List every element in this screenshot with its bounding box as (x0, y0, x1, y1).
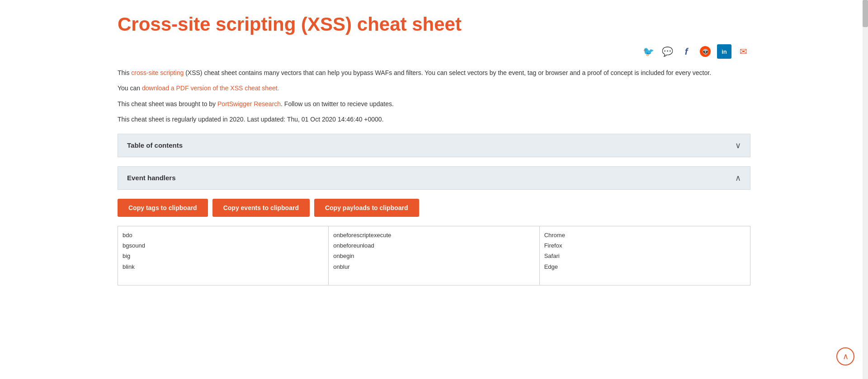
copy-payloads-button[interactable]: Copy payloads to clipboard (314, 199, 419, 217)
toc-chevron: ∨ (735, 140, 741, 150)
list-item: big (123, 251, 324, 261)
list-item: bgsound (123, 240, 324, 251)
tags-list[interactable]: bdo bgsound big blink (118, 226, 328, 285)
list-item: onblur (333, 262, 534, 272)
list-item: onbeforeunload (333, 240, 534, 251)
toc-section: Table of contents ∨ (118, 134, 750, 157)
list-item: blink (123, 262, 324, 272)
intro-paragraph-4: This cheat sheet is regularly updated in… (118, 114, 750, 124)
list-item: onbegin (333, 251, 534, 261)
pdf-link[interactable]: download a PDF version of the XSS cheat … (142, 84, 279, 92)
whatsapp-icon[interactable]: 💬 (660, 44, 675, 59)
portswigger-link[interactable]: PortSwigger Research (217, 100, 281, 108)
event-handlers-chevron: ∧ (735, 173, 741, 183)
intro-paragraph-1: This cross-site scripting (XSS) cheat sh… (118, 68, 750, 78)
intro-paragraph-2: You can download a PDF version of the XS… (118, 83, 750, 93)
page-title: Cross-site scripting (XSS) cheat sheet (118, 14, 750, 35)
reddit-icon[interactable]: 👽 (698, 44, 712, 59)
copy-buttons-container: Copy tags to clipboard Copy events to cl… (118, 199, 750, 217)
xss-link[interactable]: cross-site scripting (131, 69, 184, 76)
page-scrollbar[interactable] (863, 0, 868, 304)
event-handlers-content: Copy tags to clipboard Copy events to cl… (118, 190, 750, 290)
events-column: onbeforescriptexecute onbeforeunload onb… (328, 226, 539, 285)
intro-paragraph-3: This cheat sheet was brought to by PortS… (118, 99, 750, 109)
list-item: Firefox (544, 240, 745, 251)
toc-title: Table of contents (127, 141, 183, 149)
twitter-icon[interactable]: 🐦 (641, 44, 656, 59)
copy-events-button[interactable]: Copy events to clipboard (212, 199, 310, 217)
list-item: Safari (544, 251, 745, 261)
browsers-list[interactable]: Chrome Firefox Safari Edge (540, 226, 750, 285)
email-icon[interactable]: ✉ (736, 44, 750, 59)
list-item: onbeforescriptexecute (333, 230, 534, 240)
scrollbar-thumb (863, 0, 868, 27)
event-handlers-title: Event handlers (127, 174, 176, 182)
svg-text:👽: 👽 (702, 48, 709, 55)
facebook-icon[interactable]: f (679, 44, 693, 59)
list-item: Edge (544, 262, 745, 272)
event-handlers-header[interactable]: Event handlers ∧ (118, 166, 750, 190)
copy-tags-button[interactable]: Copy tags to clipboard (118, 199, 208, 217)
browsers-column: Chrome Firefox Safari Edge (539, 226, 750, 285)
list-item: bdo (123, 230, 324, 240)
social-bar: 🐦 💬 f 👽 in ✉ (118, 44, 750, 59)
toc-header[interactable]: Table of contents ∨ (118, 134, 750, 157)
lists-container: bdo bgsound big blink onbeforescriptexec… (118, 226, 750, 285)
events-list[interactable]: onbeforescriptexecute onbeforeunload onb… (329, 226, 539, 285)
linkedin-icon[interactable]: in (717, 44, 731, 59)
tags-column: bdo bgsound big blink (118, 226, 328, 285)
list-item: Chrome (544, 230, 745, 240)
event-handlers-section: Event handlers ∧ Copy tags to clipboard … (118, 166, 750, 290)
